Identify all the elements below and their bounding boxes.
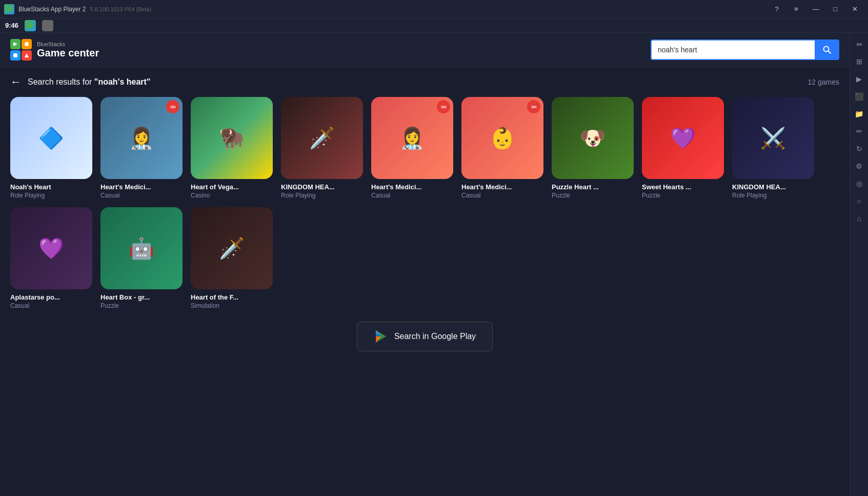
game-center: BlueStacks Game center ←: [0, 33, 850, 496]
game-card-4[interactable]: 👩‍⚕️ GH Heart's Medici... Casual: [371, 97, 453, 199]
globe-icon[interactable]: ○: [852, 194, 866, 208]
camera-icon[interactable]: ⬛: [852, 89, 866, 104]
game-genre-6: Puzzle: [552, 192, 634, 199]
sub-time: 9:46: [5, 22, 18, 29]
expand-icon[interactable]: ⇔: [852, 37, 866, 51]
gc-title: Game center: [37, 47, 99, 59]
game-name-7: Sweet Hearts ...: [642, 183, 724, 191]
game-thumb-4: 👩‍⚕️ GH: [371, 97, 453, 179]
gc-title-block: BlueStacks Game center: [37, 41, 99, 59]
game-name-3: KINGDOM HEA...: [281, 183, 363, 191]
svg-rect-3: [13, 53, 17, 57]
game-thumb-1: 👩‍⚕️ GH: [100, 97, 183, 179]
game-card-8[interactable]: ⚔️ KINGDOM HEA... Role Playing: [732, 97, 814, 199]
sub-icon-1: [25, 20, 36, 31]
menu-button[interactable]: ≡: [787, 0, 805, 18]
game-thumb-img-3: 🗡️: [281, 97, 363, 179]
game-genre-4: Casual: [371, 192, 453, 199]
rotate-icon[interactable]: ↻: [852, 142, 866, 156]
title-bar-right: ? ≡ — □ ✕: [768, 0, 864, 18]
game-badge-1: GH: [166, 100, 179, 113]
maximize-button[interactable]: □: [826, 0, 844, 18]
results-query: "noah's heart": [94, 77, 151, 86]
game-card-1[interactable]: 👩‍⚕️ GH Heart's Medici... Casual: [100, 97, 183, 199]
edit-icon[interactable]: ✏: [852, 124, 866, 138]
game-card-6[interactable]: 🐶 Puzzle Heart ... Puzzle: [552, 97, 634, 199]
game-thumb-img-10: 🤖: [100, 207, 183, 289]
right-sidebar: ⇔⊞▶⬛📁✏↻⚙◎○⌂: [850, 33, 868, 496]
game-thumb-3: 🗡️: [281, 97, 363, 179]
game-genre-1: Casual: [100, 192, 183, 199]
game-name-8: KINGDOM HEA...: [732, 183, 814, 191]
logo-icon-blue: [10, 50, 21, 61]
settings-icon[interactable]: ⚙: [852, 159, 866, 173]
results-header: ← Search results for "noah's heart" 12 g…: [10, 75, 839, 89]
game-genre-3: Role Playing: [281, 192, 363, 199]
title-bar-left: BlueStacks App Player 2 5.8.100.1013 P64…: [4, 4, 151, 14]
game-thumb-img-6: 🐶: [552, 97, 634, 179]
minimize-button[interactable]: —: [806, 0, 825, 18]
gc-header: BlueStacks Game center: [0, 33, 850, 67]
game-name-6: Puzzle Heart ...: [552, 183, 634, 191]
folder-icon[interactable]: 📁: [852, 107, 866, 121]
game-thumb-img-0: 🔷: [10, 97, 92, 179]
game-badge-5: GH: [527, 100, 540, 113]
google-play-label: Search in Google Play: [394, 332, 476, 341]
game-thumb-img-7: 💜: [642, 97, 724, 179]
game-card-9[interactable]: 💜 Aplastarse po... Casual: [10, 207, 92, 309]
game-thumb-5: 👶 GH: [461, 97, 543, 179]
game-card-7[interactable]: 💜 Sweet Hearts ... Puzzle: [642, 97, 724, 199]
main-wrapper: BlueStacks Game center ←: [0, 33, 868, 496]
game-thumb-img-9: 💜: [10, 207, 92, 289]
svg-marker-4: [25, 53, 29, 57]
app-version: 5.8.100.1013 P64 (Beta): [90, 6, 151, 12]
games-grid: 🔷 Noah's Heart Role Playing 👩‍⚕️ GH Hear…: [10, 97, 839, 309]
game-genre-2: Casino: [191, 192, 273, 199]
video-icon[interactable]: ▶: [852, 72, 866, 86]
game-genre-0: Role Playing: [10, 192, 92, 199]
home-icon[interactable]: ⌂: [852, 211, 866, 226]
search-button[interactable]: [815, 39, 839, 60]
logo-icon-red: [22, 50, 32, 61]
game-thumb-9: 💜: [10, 207, 92, 289]
game-genre-7: Puzzle: [642, 192, 724, 199]
game-thumb-2: 🦬: [191, 97, 273, 179]
sub-bar: 9:46: [0, 18, 868, 33]
results-count: 12 games: [808, 78, 839, 86]
game-card-5[interactable]: 👶 GH Heart's Medici... Casual: [461, 97, 543, 199]
game-genre-10: Puzzle: [100, 302, 183, 309]
location-icon[interactable]: ◎: [852, 176, 866, 191]
game-card-0[interactable]: 🔷 Noah's Heart Role Playing: [10, 97, 92, 199]
game-card-10[interactable]: 🤖 Heart Box - gr... Puzzle: [100, 207, 183, 309]
google-play-button[interactable]: Search in Google Play: [357, 322, 493, 351]
game-card-2[interactable]: 🦬 Heart of Vega... Casino: [191, 97, 273, 199]
svg-marker-0: [6, 6, 12, 12]
close-button[interactable]: ✕: [845, 0, 864, 18]
game-card-3[interactable]: 🗡️ KINGDOM HEA... Role Playing: [281, 97, 363, 199]
help-button[interactable]: ?: [768, 0, 786, 18]
game-name-2: Heart of Vega...: [191, 183, 273, 191]
game-thumb-7: 💜: [642, 97, 724, 179]
game-name-1: Heart's Medici...: [100, 183, 183, 191]
game-name-0: Noah's Heart: [10, 183, 92, 191]
bluestacks-logo: [4, 4, 14, 14]
grid-icon[interactable]: ⊞: [852, 54, 866, 69]
game-name-5: Heart's Medici...: [461, 183, 543, 191]
window-controls: ? ≡ — □ ✕: [768, 0, 864, 18]
game-thumb-6: 🐶: [552, 97, 634, 179]
gc-logo-area: BlueStacks Game center: [10, 39, 99, 61]
game-thumb-10: 🤖: [100, 207, 183, 289]
game-thumb-11: 🗡️: [191, 207, 273, 289]
game-name-11: Heart of the F...: [191, 293, 273, 301]
app-title: BlueStacks App Player 2: [18, 6, 86, 13]
results-header-left: ← Search results for "noah's heart": [10, 75, 151, 89]
sub-icon-2: [42, 20, 53, 31]
results-area: ← Search results for "noah's heart" 12 g…: [0, 67, 850, 496]
search-input[interactable]: [651, 39, 815, 60]
game-genre-8: Role Playing: [732, 192, 814, 199]
back-button[interactable]: ←: [10, 75, 22, 89]
game-badge-4: GH: [437, 100, 450, 113]
game-card-11[interactable]: 🗡️ Heart of the F... Simulation: [191, 207, 273, 309]
game-genre-5: Casual: [461, 192, 543, 199]
game-thumb-img-11: 🗡️: [191, 207, 273, 289]
